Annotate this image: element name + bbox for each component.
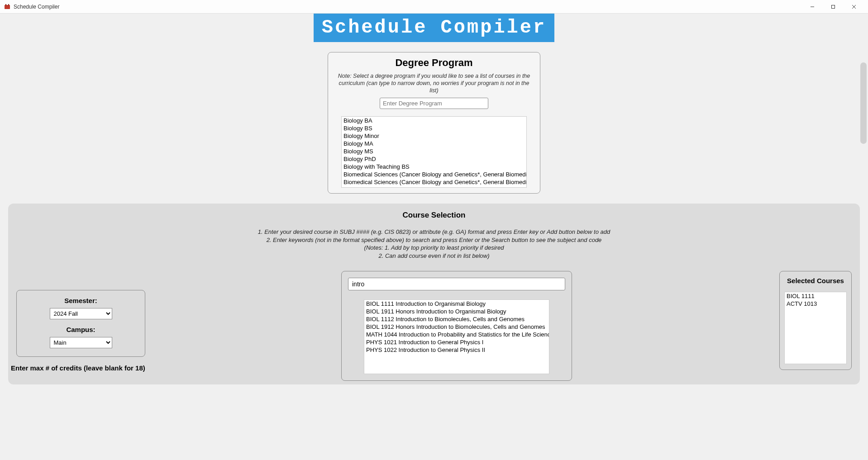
window-title: Schedule Compiler <box>14 4 802 10</box>
list-item[interactable]: PHYS 1022 Introduction to General Physic… <box>364 346 549 354</box>
titlebar: Schedule Compiler <box>0 0 868 14</box>
campus-label: Campus: <box>21 326 140 333</box>
selected-courses-panel: Selected Courses BIOL 1111 ACTV 1013 <box>779 271 852 370</box>
maximize-button[interactable] <box>823 0 844 13</box>
svg-rect-1 <box>5 4 6 5</box>
selected-courses-list[interactable]: BIOL 1111 ACTV 1013 <box>784 292 847 364</box>
close-button[interactable] <box>844 0 864 13</box>
center-column: BIOL 1111 Introduction to Organismal Bio… <box>152 271 761 381</box>
degree-program-panel: Degree Program Note: Select a degree pro… <box>328 52 540 194</box>
vertical-scrollbar[interactable] <box>860 62 867 144</box>
degree-program-list[interactable]: Biology BA Biology BS Biology Minor Biol… <box>341 116 527 188</box>
campus-select[interactable]: Main <box>50 337 112 348</box>
list-item[interactable]: Biomedical Sciences (Cancer Biology and … <box>342 186 526 188</box>
list-item[interactable]: BIOL 1111 Introduction to Organismal Bio… <box>364 300 549 308</box>
app-icon <box>4 3 11 10</box>
list-item[interactable]: Biomedical Sciences (Cancer Biology and … <box>342 178 526 186</box>
course-search-panel: BIOL 1111 Introduction to Organismal Bio… <box>341 271 572 381</box>
app-title-banner: Schedule Compiler <box>314 14 554 42</box>
svg-rect-4 <box>832 5 835 8</box>
max-credits-label: Enter max # of credits (leave blank for … <box>11 364 152 372</box>
degree-note: Note: Select a degree program if you wou… <box>334 72 534 95</box>
list-item[interactable]: BIOL 1912 Honors Introduction to Biomole… <box>364 323 549 331</box>
left-column: Semester: 2024 Fall Campus: Main Enter m… <box>16 271 152 372</box>
list-item[interactable]: Biology MS <box>342 147 526 155</box>
course-search-input[interactable] <box>348 278 565 290</box>
course-selection-section: Course Selection 1. Enter your desired c… <box>8 204 860 384</box>
degree-program-input[interactable] <box>380 98 488 109</box>
list-item[interactable]: Biology with Teaching BS <box>342 163 526 171</box>
main-content: Schedule Compiler Degree Program Note: S… <box>0 14 868 460</box>
semester-label: Semester: <box>21 297 140 304</box>
list-item[interactable]: Biomedical Sciences (Cancer Biology and … <box>342 171 526 178</box>
instruction-line: 2. Can add course even if not in list be… <box>16 252 852 260</box>
degree-heading: Degree Program <box>334 57 534 69</box>
list-item[interactable]: BIOL 1911 Honors Introduction to Organis… <box>364 308 549 315</box>
course-selection-heading: Course Selection <box>16 211 852 220</box>
lower-columns: Semester: 2024 Fall Campus: Main Enter m… <box>16 271 852 381</box>
right-column: Selected Courses BIOL 1111 ACTV 1013 <box>761 271 852 370</box>
instruction-line: 1. Enter your desired course in SUBJ ###… <box>16 228 852 236</box>
semester-select[interactable]: 2024 Fall <box>50 308 112 319</box>
list-item[interactable]: ACTV 1013 <box>785 300 846 308</box>
list-item[interactable]: Biology BA <box>342 117 526 124</box>
list-item[interactable]: Biology Minor <box>342 132 526 140</box>
instruction-line: (Notes: 1. Add by top priority to least … <box>16 244 852 252</box>
minimize-button[interactable] <box>802 0 823 13</box>
list-item[interactable]: Biology MA <box>342 140 526 147</box>
window-controls <box>802 0 864 13</box>
banner: Schedule Compiler <box>0 14 868 42</box>
search-results-list[interactable]: BIOL 1111 Introduction to Organismal Bio… <box>364 299 549 374</box>
course-instructions: 1. Enter your desired course in SUBJ ###… <box>16 228 852 260</box>
list-item[interactable]: BIOL 1111 <box>785 292 846 300</box>
svg-rect-2 <box>8 4 9 5</box>
list-item[interactable]: BIOL 1112 Introduction to Biomolecules, … <box>364 315 549 323</box>
selected-courses-heading: Selected Courses <box>784 277 847 285</box>
list-item[interactable]: Biology PhD <box>342 155 526 163</box>
semester-campus-panel: Semester: 2024 Fall Campus: Main <box>16 290 145 357</box>
list-item[interactable]: Biology BS <box>342 124 526 132</box>
list-item[interactable]: PHYS 1021 Introduction to General Physic… <box>364 338 549 346</box>
svg-rect-0 <box>5 5 10 9</box>
list-item[interactable]: MATH 1044 Introduction to Probability an… <box>364 331 549 338</box>
instruction-line: 2. Enter keywords (not in the format spe… <box>16 236 852 244</box>
